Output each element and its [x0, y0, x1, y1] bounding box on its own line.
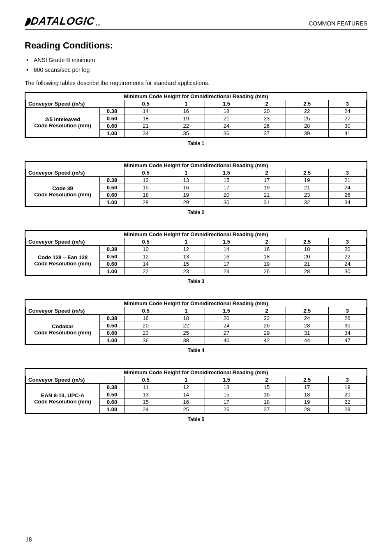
- table-caption: Table 1: [25, 140, 367, 146]
- code-type-label: EAN 8-13, UPC-ACode Resolution (mm): [26, 384, 100, 413]
- code-type-name: Code 128 – Ean 128: [28, 254, 97, 260]
- height-value: 18: [286, 246, 328, 253]
- height-value: 26: [328, 191, 366, 199]
- height-value: 30: [205, 199, 248, 206]
- height-value: 31: [286, 329, 328, 337]
- speed-header: 1: [167, 169, 205, 177]
- height-value: 19: [286, 177, 328, 184]
- code-resolution-label: Code Resolution (mm): [28, 191, 97, 198]
- height-value: 34: [328, 329, 366, 337]
- height-value: 24: [205, 122, 248, 130]
- code-resolution-label: Code Resolution (mm): [28, 122, 97, 129]
- speed-header: 3: [328, 376, 366, 384]
- height-value: 21: [205, 115, 248, 122]
- height-value: 18: [205, 108, 248, 115]
- speed-header: 3: [328, 238, 366, 246]
- table-title: Minimum Code Height for Omnidirectional …: [26, 93, 367, 100]
- height-value: 30: [328, 322, 366, 329]
- height-value: 32: [286, 199, 328, 206]
- code-resolution-label: Code Resolution (mm): [28, 398, 97, 405]
- table-title: Minimum Code Height for Omnidirectional …: [26, 369, 367, 376]
- table-title: Minimum Code Height for Omnidirectional …: [26, 231, 367, 238]
- resolution-value: 0.60: [100, 122, 125, 130]
- resolution-value: 0.38: [100, 384, 125, 391]
- height-value: 24: [205, 322, 248, 329]
- brand-text: DATALOGIC: [30, 15, 95, 28]
- table-caption: Table 4: [25, 348, 367, 353]
- speed-header: 0.5: [125, 376, 167, 384]
- height-value: 14: [167, 391, 205, 398]
- height-value: 15: [125, 398, 167, 406]
- code-type-label: 2/5 InteleavedCode Resolution (mm): [26, 108, 100, 137]
- resolution-value: 0.50: [100, 253, 125, 260]
- height-value: 34: [125, 130, 167, 137]
- height-value: 17: [248, 177, 286, 184]
- height-value: 40: [205, 337, 248, 344]
- speed-header: 2: [248, 238, 286, 246]
- speed-header: 1: [167, 307, 205, 315]
- resolution-value: 0.38: [100, 315, 125, 322]
- resolution-value: 0.50: [100, 391, 125, 398]
- height-value: 22: [125, 268, 167, 275]
- height-value: 20: [205, 191, 248, 199]
- resolution-value: 0.38: [100, 108, 125, 115]
- height-value: 27: [328, 115, 366, 122]
- list-item: 600 scans/sec per leg: [34, 67, 367, 73]
- height-value: 29: [248, 329, 286, 337]
- height-value: 28: [286, 322, 328, 329]
- height-value: 20: [328, 391, 366, 398]
- height-value: 15: [205, 177, 248, 184]
- spec-table: Minimum Code Height for Omnidirectional …: [25, 161, 367, 207]
- height-value: 17: [286, 384, 328, 391]
- height-value: 12: [125, 253, 167, 260]
- speed-header: 1.5: [205, 100, 248, 108]
- spec-table-grid: Minimum Code Height for Omnidirectional …: [25, 162, 367, 206]
- spec-table: Minimum Code Height for Omnidirectional …: [25, 299, 367, 345]
- height-value: 15: [167, 260, 205, 268]
- speed-header: 1.5: [205, 169, 248, 177]
- speed-header: 0.5: [125, 307, 167, 315]
- height-value: 15: [248, 384, 286, 391]
- height-value: 26: [248, 122, 286, 130]
- height-value: 20: [286, 253, 328, 260]
- speed-header: 3: [328, 307, 366, 315]
- table-title: Minimum Code Height for Omnidirectional …: [26, 162, 367, 169]
- height-value: 44: [286, 337, 328, 344]
- height-value: 20: [205, 315, 248, 322]
- resolution-value: 0.50: [100, 184, 125, 191]
- conveyor-speed-label: Conveyor Speed (m/s): [26, 169, 125, 177]
- code-type-label: CodabarCode Resolution (mm): [26, 315, 100, 344]
- height-value: 42: [248, 337, 286, 344]
- spec-table: Minimum Code Height for Omnidirectional …: [25, 230, 367, 276]
- height-value: 26: [205, 406, 248, 413]
- height-value: 28: [125, 199, 167, 206]
- height-value: 22: [167, 122, 205, 130]
- spec-table-grid: Minimum Code Height for Omnidirectional …: [25, 300, 367, 344]
- height-value: 26: [328, 315, 366, 322]
- height-value: 13: [167, 253, 205, 260]
- height-value: 24: [205, 268, 248, 275]
- table-caption: Table 2: [25, 210, 367, 215]
- height-value: 30: [328, 122, 366, 130]
- height-value: 13: [167, 177, 205, 184]
- height-value: 23: [248, 115, 286, 122]
- table-row: Code 39Code Resolution (mm)0.38121315171…: [26, 177, 367, 184]
- speed-header: 3: [328, 169, 366, 177]
- speed-header: 2.5: [286, 307, 328, 315]
- height-value: 22: [286, 108, 328, 115]
- list-item: ANSI Grade B minimum: [34, 57, 367, 63]
- height-value: 39: [286, 130, 328, 137]
- table-row: 2/5 InteleavedCode Resolution (mm)0.3814…: [26, 108, 367, 115]
- speed-header: 0.5: [125, 238, 167, 246]
- height-value: 19: [248, 260, 286, 268]
- height-value: 36: [125, 337, 167, 344]
- height-value: 14: [125, 108, 167, 115]
- spec-table: Minimum Code Height for Omnidirectional …: [25, 368, 367, 414]
- table-row: EAN 8-13, UPC-ACode Resolution (mm)0.381…: [26, 384, 367, 391]
- height-value: 16: [167, 108, 205, 115]
- height-value: 18: [167, 315, 205, 322]
- height-value: 16: [248, 391, 286, 398]
- conveyor-speed-label: Conveyor Speed (m/s): [26, 238, 125, 246]
- height-value: 15: [205, 391, 248, 398]
- height-value: 24: [328, 260, 366, 268]
